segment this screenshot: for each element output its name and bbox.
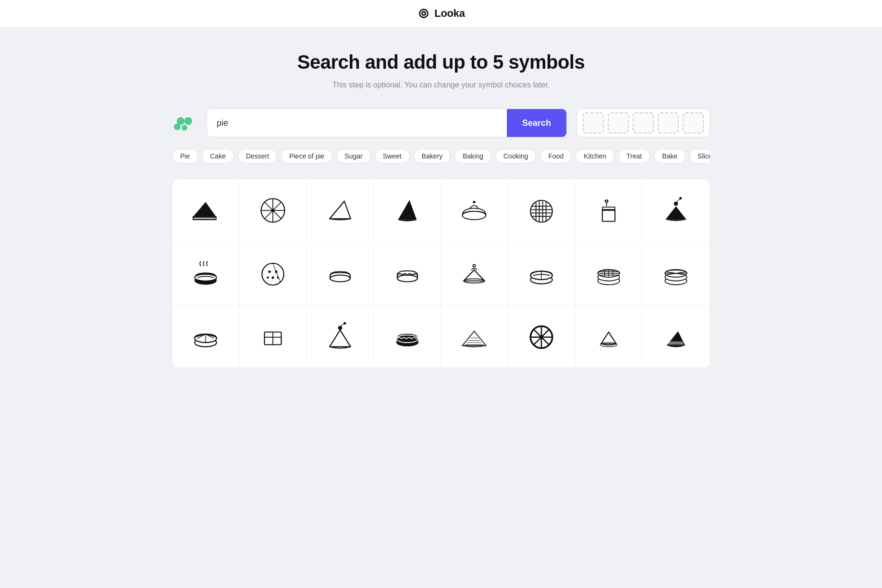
icon-cell-pie-slice-1[interactable] bbox=[172, 179, 240, 242]
svg-point-13 bbox=[473, 201, 476, 203]
round-pie-2-icon bbox=[189, 319, 222, 353]
search-box: Search bbox=[207, 109, 567, 137]
icons-grid bbox=[172, 179, 710, 368]
tag-dessert[interactable]: Dessert bbox=[238, 149, 277, 163]
svg-point-14 bbox=[530, 200, 552, 222]
icon-cell-simple-pie[interactable] bbox=[307, 242, 374, 305]
icon-cell-steam-pie[interactable] bbox=[172, 242, 240, 305]
simple-pie-icon bbox=[323, 257, 357, 290]
tag-sugar[interactable]: Sugar bbox=[336, 149, 370, 163]
icon-cell-piece-outline[interactable] bbox=[642, 305, 710, 368]
icon-cell-pie-slice-3[interactable] bbox=[374, 179, 441, 242]
steam-pie-icon bbox=[189, 257, 222, 290]
icon-cell-orange-wheel[interactable] bbox=[508, 305, 576, 368]
page-title: Search and add up to 5 symbols bbox=[172, 51, 710, 73]
icon-cell-pie-wheel[interactable] bbox=[240, 179, 307, 242]
symbol-slot-3[interactable] bbox=[633, 112, 654, 134]
tag-cooking[interactable]: Cooking bbox=[495, 149, 536, 163]
icon-cell-cookie-pie[interactable] bbox=[240, 242, 307, 305]
page-subtitle: This step is optional. You can change yo… bbox=[172, 81, 710, 89]
svg-point-78 bbox=[396, 335, 418, 343]
tag-bake[interactable]: Bake bbox=[654, 149, 686, 163]
tag-piece-of-pie[interactable]: Piece of pie bbox=[281, 149, 332, 163]
box-slice-icon bbox=[256, 319, 290, 353]
tag-treat[interactable]: Treat bbox=[618, 149, 650, 163]
symbol-slot-5[interactable] bbox=[683, 112, 704, 134]
pie-slice-1-icon bbox=[189, 194, 222, 227]
icon-cell-berry-pie[interactable] bbox=[374, 242, 441, 305]
pie-slice-3-icon bbox=[391, 194, 424, 227]
svg-point-3 bbox=[182, 125, 187, 131]
search-row: Search bbox=[172, 109, 710, 137]
symbol-slots bbox=[576, 109, 710, 137]
whole-pie-icon bbox=[457, 194, 491, 227]
berry-pie-icon bbox=[391, 257, 424, 290]
dark-pie-icon bbox=[391, 319, 424, 353]
icon-cell-pie-slice-2[interactable] bbox=[307, 179, 374, 242]
svg-point-30 bbox=[679, 197, 682, 199]
icon-cell-detail-pie[interactable] bbox=[441, 305, 508, 368]
icon-cell-box-slice[interactable] bbox=[240, 305, 307, 368]
cherry-slice-icon bbox=[323, 319, 357, 353]
svg-line-39 bbox=[273, 263, 281, 282]
tag-kitchen[interactable]: Kitchen bbox=[576, 149, 614, 163]
svg-point-34 bbox=[269, 270, 271, 273]
detail-pie-icon bbox=[457, 319, 491, 353]
lattice-pie-icon bbox=[525, 194, 558, 227]
logo: Looka bbox=[417, 7, 465, 20]
svg-point-40 bbox=[330, 275, 350, 282]
slice-side-icon bbox=[457, 257, 491, 290]
tag-bakery[interactable]: Bakery bbox=[414, 149, 451, 163]
tags-row: Pie Cake Dessert Piece of pie Sugar Swee… bbox=[172, 149, 710, 163]
icon-cell-stack-pie-2[interactable] bbox=[642, 242, 710, 305]
looka-logo-icon bbox=[417, 7, 430, 20]
tag-sweet[interactable]: Sweet bbox=[375, 149, 410, 163]
svg-point-11 bbox=[271, 209, 275, 212]
icon-cell-cake-piece[interactable] bbox=[576, 179, 643, 242]
icon-cell-slice-side[interactable] bbox=[441, 242, 508, 305]
stack-pie-2-icon bbox=[659, 257, 693, 290]
orange-wheel-icon bbox=[525, 319, 558, 353]
svg-point-2 bbox=[174, 123, 181, 130]
icon-cell-dark-pie[interactable] bbox=[374, 305, 441, 368]
tiny-slice-icon bbox=[592, 319, 625, 353]
round-pie-1-icon bbox=[525, 257, 558, 290]
tag-baking[interactable]: Baking bbox=[454, 149, 491, 163]
icon-cell-cherry-slice[interactable] bbox=[307, 305, 374, 368]
icon-cell-stack-pie-1[interactable] bbox=[576, 242, 643, 305]
pie-wheel-icon bbox=[256, 194, 290, 227]
icon-cell-lattice-pie[interactable] bbox=[508, 179, 576, 242]
icon-cell-tiny-slice[interactable] bbox=[576, 305, 643, 368]
svg-point-16 bbox=[531, 201, 552, 222]
search-button[interactable]: Search bbox=[507, 109, 566, 137]
icon-cell-round-pie-1[interactable] bbox=[508, 242, 576, 305]
pie-slice-2-icon bbox=[323, 194, 357, 227]
main-content: Search and add up to 5 symbols This step… bbox=[153, 27, 729, 388]
svg-point-12 bbox=[463, 211, 486, 220]
cookie-pie-icon bbox=[256, 257, 290, 290]
svg-point-36 bbox=[272, 276, 274, 279]
symbol-slot-2[interactable] bbox=[608, 112, 629, 134]
logo-text: Looka bbox=[434, 7, 465, 20]
symbol-slot-4[interactable] bbox=[658, 112, 679, 134]
icon-cell-whole-pie[interactable] bbox=[441, 179, 508, 242]
icon-cell-round-pie-2[interactable] bbox=[172, 305, 240, 368]
stack-pie-1-icon bbox=[592, 257, 625, 290]
svg-point-76 bbox=[343, 322, 346, 324]
svg-rect-25 bbox=[602, 209, 615, 221]
tag-pie[interactable]: Pie bbox=[172, 149, 198, 163]
svg-point-1 bbox=[184, 117, 192, 125]
piece-outline-icon bbox=[659, 319, 693, 353]
header: Looka bbox=[0, 0, 882, 27]
cherry-cake-icon bbox=[659, 194, 693, 227]
svg-point-44 bbox=[473, 265, 476, 267]
tag-cake[interactable]: Cake bbox=[202, 149, 234, 163]
tag-food[interactable]: Food bbox=[540, 149, 572, 163]
dots-logo-icon bbox=[172, 110, 197, 135]
icon-cell-cherry-cake[interactable] bbox=[642, 179, 710, 242]
tag-slice[interactable]: Slice bbox=[689, 149, 710, 163]
svg-point-41 bbox=[397, 275, 417, 282]
cake-piece-icon bbox=[592, 194, 625, 227]
symbol-slot-1[interactable] bbox=[583, 112, 604, 134]
search-input[interactable] bbox=[207, 109, 507, 137]
